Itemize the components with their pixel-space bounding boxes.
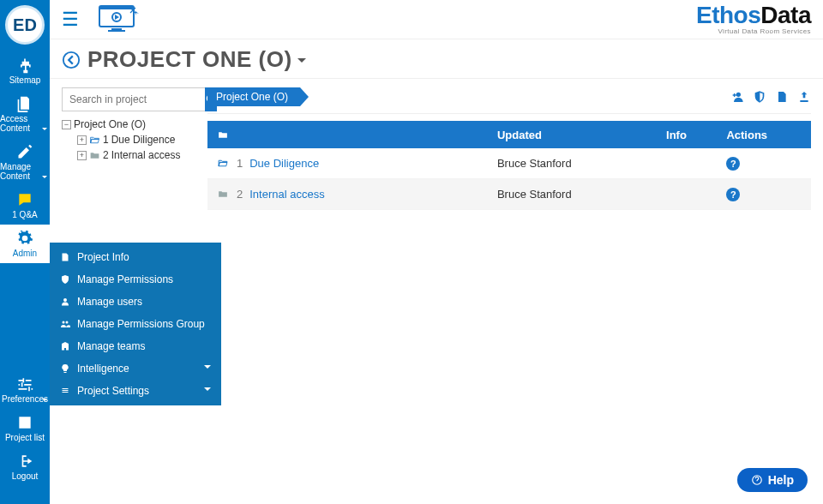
document-icon — [60, 252, 70, 262]
rail-sitemap[interactable]: Sitemap — [0, 51, 50, 90]
search-input[interactable] — [62, 87, 205, 111]
upload-icon[interactable] — [797, 90, 811, 104]
tree-item[interactable]: + 1 Due Diligence — [77, 132, 199, 147]
help-label: Help — [768, 473, 794, 487]
tree-item[interactable]: + 2 Internal access — [77, 147, 199, 163]
edit-icon — [16, 143, 33, 160]
help-icon — [751, 474, 763, 486]
admin-manage-permissions[interactable]: Manage Permissions — [50, 268, 221, 291]
caret-icon — [42, 128, 47, 133]
rail-label: Logout — [12, 471, 39, 481]
logout-icon — [16, 453, 33, 470]
content-table: Project One (O) Updated Info Actions — [207, 87, 811, 504]
brand-logo: EthosData Virtual Data Room Services — [696, 3, 811, 35]
breadcrumb[interactable]: Project One (O) — [207, 87, 300, 106]
page-title[interactable]: PROJECT ONE (O) — [87, 46, 292, 73]
list-icon — [16, 414, 33, 431]
rail-logout[interactable]: Logout — [0, 447, 50, 486]
rail-qa[interactable]: 1 Q&A — [0, 186, 50, 225]
hamburger-icon[interactable]: ☰ — [62, 9, 79, 31]
building-icon — [60, 341, 70, 351]
collapse-icon[interactable]: − — [62, 120, 71, 129]
folder-open-icon — [89, 135, 100, 146]
gear-icon — [16, 230, 33, 247]
sitemap-icon — [16, 57, 33, 74]
row-help-icon[interactable]: ? — [726, 188, 740, 201]
folder-name-link[interactable]: Due Diligence — [249, 157, 319, 170]
admin-menu-label: Manage users — [77, 296, 142, 308]
tree-label: Due Diligence — [111, 134, 176, 146]
tree-root-label: Project One (O) — [74, 118, 146, 130]
brand-strong: Ethos — [696, 2, 760, 28]
rail-label: 1 Q&A — [12, 210, 37, 219]
bulb-icon — [60, 363, 70, 374]
breadcrumb-row: Project One (O) — [207, 87, 811, 114]
caret-icon — [42, 176, 47, 181]
table-row[interactable]: 1 Due Diligence Bruce Stanford ? — [207, 148, 811, 179]
folder-icon — [216, 189, 230, 200]
admin-menu-label: Manage Permissions — [77, 273, 173, 285]
files-icon — [16, 95, 33, 112]
row-num: 2 — [237, 188, 243, 201]
app-logo[interactable]: ED — [5, 5, 45, 45]
users-icon — [60, 319, 70, 329]
tutorial-icon[interactable] — [94, 3, 146, 37]
rail-admin[interactable]: Admin — [0, 225, 50, 263]
svg-point-5 — [63, 51, 79, 67]
help-button[interactable]: Help — [737, 468, 808, 492]
rail-label: Sitemap — [9, 75, 41, 85]
admin-menu-label: Project Info — [77, 251, 129, 263]
rail-preferences[interactable]: Preferences — [0, 370, 50, 409]
admin-menu-label: Manage teams — [77, 340, 145, 352]
rail-label: Admin — [13, 249, 37, 258]
shield-icon[interactable] — [753, 90, 766, 104]
shield-icon — [60, 274, 70, 285]
topbar: ☰ EthosData Virtual Data Room Services — [50, 0, 823, 39]
expand-icon[interactable]: + — [77, 151, 87, 160]
rail-project-list[interactable]: Project list — [0, 409, 50, 447]
left-rail: ED Sitemap Access Content Manage Content… — [0, 0, 50, 504]
chevron-down-icon[interactable] — [297, 58, 306, 67]
admin-submenu: Project Info Manage Permissions Manage u… — [50, 243, 221, 405]
rail-access-content[interactable]: Access Content — [0, 90, 50, 138]
cell-updated: Bruce Stanford — [497, 188, 666, 201]
rail-manage-content[interactable]: Manage Content — [0, 138, 50, 186]
add-user-icon[interactable] — [730, 90, 744, 104]
svg-rect-3 — [111, 28, 122, 30]
th-actions[interactable]: Actions — [726, 129, 811, 141]
expand-icon[interactable]: + — [77, 135, 87, 145]
admin-manage-users[interactable]: Manage users — [50, 291, 221, 313]
svg-rect-1 — [99, 6, 134, 9]
cell-updated: Bruce Stanford — [497, 157, 666, 170]
admin-manage-teams[interactable]: Manage teams — [50, 335, 221, 357]
th-info[interactable]: Info — [666, 129, 726, 141]
folder-open-icon — [216, 158, 230, 169]
table-row[interactable]: 2 Internal access Bruce Stanford ? — [207, 179, 811, 210]
table-header: Updated Info Actions — [207, 121, 811, 148]
row-help-icon[interactable]: ? — [726, 157, 740, 171]
titlebar: PROJECT ONE (O) — [50, 39, 823, 79]
folder-icon — [216, 129, 230, 141]
admin-menu-label: Intelligence — [77, 363, 129, 375]
brand-tagline: Virtual Data Room Services — [718, 28, 811, 35]
admin-menu-label: Manage Permissions Group — [77, 318, 205, 330]
admin-project-settings[interactable]: Project Settings — [50, 380, 221, 402]
folder-name-link[interactable]: Internal access — [249, 188, 324, 201]
tree-num: 2 — [103, 149, 109, 161]
rail-label: Project list — [5, 433, 45, 442]
sliders-icon — [16, 375, 33, 393]
new-document-icon[interactable] — [775, 90, 789, 104]
brand-light: Data — [760, 2, 811, 28]
tree-root[interactable]: − Project One (O) — [62, 117, 199, 132]
th-updated[interactable]: Updated — [497, 129, 666, 141]
cog-icon — [60, 386, 70, 396]
row-num: 1 — [237, 157, 243, 170]
svg-rect-4 — [108, 30, 125, 32]
admin-project-info[interactable]: Project Info — [50, 246, 221, 268]
chat-icon — [16, 191, 33, 208]
admin-intelligence[interactable]: Intelligence — [50, 357, 221, 380]
admin-manage-permissions-group[interactable]: Manage Permissions Group — [50, 313, 221, 335]
tree-num: 1 — [103, 134, 109, 146]
back-icon[interactable] — [62, 51, 81, 69]
tree-label: Internal access — [111, 149, 181, 161]
